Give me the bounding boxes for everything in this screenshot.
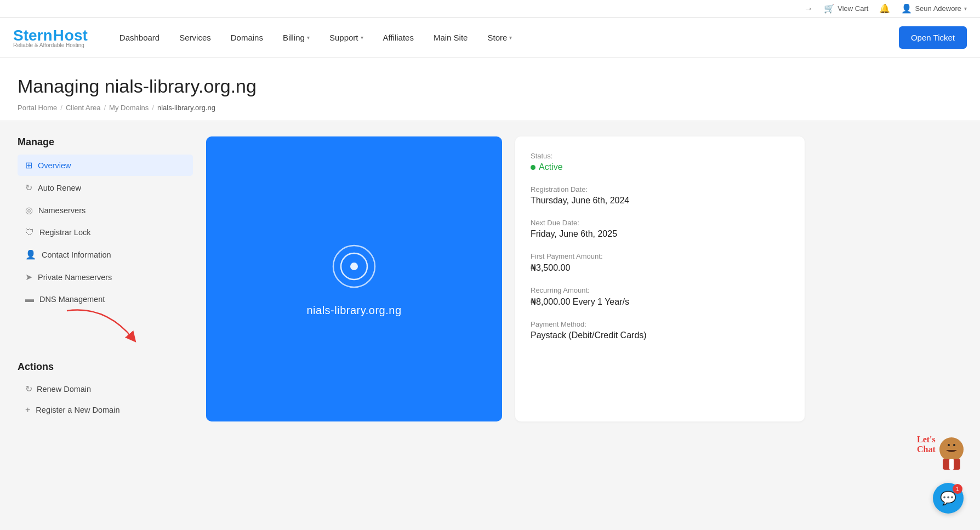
- breadcrumb-portal-home[interactable]: Portal Home: [18, 104, 57, 112]
- grid-icon: ⊞: [25, 160, 32, 170]
- payment-method-label: Payment Method:: [531, 320, 789, 328]
- user-menu-btn[interactable]: 👤 Seun Adewore ▾: [901, 3, 967, 14]
- sidebar-item-label: Private Nameservers: [38, 273, 112, 282]
- view-cart-label: View Cart: [837, 4, 868, 13]
- sidebar: Manage ⊞ Overview ↻ Auto Renew ◎ Nameser…: [18, 136, 193, 421]
- bell-icon: 🔔: [879, 3, 890, 14]
- logo-accent: ost: [65, 27, 88, 44]
- support-caret: ▾: [361, 35, 363, 41]
- sidebar-item-register-new-domain[interactable]: + Register a New Domain: [18, 400, 193, 420]
- status-label: Status:: [531, 152, 789, 160]
- status-row: Status: Active: [531, 152, 789, 172]
- nav-support[interactable]: Support ▾: [320, 18, 373, 58]
- top-bar: → 🛒 View Cart 🔔 👤 Seun Adewore ▾: [0, 0, 980, 18]
- red-arrow-annotation: [50, 300, 171, 355]
- status-text: Active: [539, 162, 563, 172]
- open-ticket-button[interactable]: Open Ticket: [899, 26, 967, 49]
- sidebar-menu: ⊞ Overview ↻ Auto Renew ◎ Nameservers 🛡 …: [18, 155, 193, 310]
- user-caret-icon: ▾: [964, 5, 967, 12]
- sidebar-item-label: Overview: [38, 161, 71, 170]
- sidebar-item-label: Nameservers: [38, 206, 86, 215]
- page-title: Managing nials-library.org.ng: [18, 76, 962, 97]
- lets-chat-label-area: Let's Chat: [914, 430, 964, 437]
- sidebar-manage-title: Manage: [18, 136, 193, 148]
- sidebar-item-registrar-lock[interactable]: 🛡 Registrar Lock: [18, 222, 193, 243]
- cart-icon: 🛒: [824, 3, 835, 14]
- user-name: Seun Adewore: [915, 4, 961, 13]
- info-panel: Status: Active Registration Date: Thursd…: [515, 136, 805, 421]
- sidebar-item-private-nameservers[interactable]: ➤ Private Nameservers: [18, 266, 193, 288]
- logo-icon: H: [53, 27, 64, 44]
- renew-refresh-icon: ↻: [25, 384, 32, 394]
- nav-main-site[interactable]: Main Site: [424, 18, 478, 58]
- registration-date-row: Registration Date: Thursday, June 6th, 2…: [531, 185, 789, 206]
- domain-globe-icon: [329, 242, 379, 291]
- status-dot: [531, 165, 535, 170]
- breadcrumb-current: nials-library.org.ng: [157, 104, 215, 112]
- nav-links: Dashboard Services Domains Billing ▾ Sup…: [110, 18, 967, 58]
- user-icon: 👤: [901, 3, 912, 14]
- server-icon: ◎: [25, 205, 33, 215]
- logo-main: Stern: [13, 27, 53, 44]
- sidebar-item-label: Contact Information: [42, 250, 111, 259]
- breadcrumb: Portal Home / Client Area / My Domains /…: [18, 104, 962, 112]
- breadcrumb-sep-2: /: [104, 104, 106, 112]
- first-payment-value: ₦3,500.00: [531, 263, 789, 273]
- first-payment-row: First Payment Amount: ₦3,500.00: [531, 252, 789, 273]
- refresh-icon: ↻: [25, 183, 32, 193]
- billing-caret: ▾: [307, 35, 310, 41]
- main-content: Manage ⊞ Overview ↻ Auto Renew ◎ Nameser…: [0, 121, 822, 437]
- sidebar-actions-menu: ↻ Renew Domain + Register a New Domain: [18, 379, 193, 420]
- folder-icon: ▬: [25, 294, 34, 304]
- svg-point-2: [350, 263, 358, 270]
- page-header: Managing nials-library.org.ng Portal Hom…: [0, 58, 980, 121]
- breadcrumb-client-area[interactable]: Client Area: [66, 104, 101, 112]
- next-due-label: Next Due Date:: [531, 219, 789, 227]
- sidebar-item-overview[interactable]: ⊞ Overview: [18, 155, 193, 176]
- nav-dashboard[interactable]: Dashboard: [110, 18, 169, 58]
- svg-text:Let's: Let's: [917, 435, 936, 437]
- navbar: SternHost Reliable & Affordable Hosting …: [0, 18, 980, 58]
- lets-chat-avatar-svg: Let's Chat: [914, 430, 964, 437]
- nav-domains[interactable]: Domains: [221, 18, 273, 58]
- nav-services[interactable]: Services: [169, 18, 221, 58]
- store-caret: ▾: [509, 35, 512, 41]
- arrow-annotation-area: [18, 305, 193, 349]
- sidebar-item-contact-info[interactable]: 👤 Contact Information: [18, 244, 193, 265]
- sidebar-item-label: Registrar Lock: [39, 228, 90, 237]
- next-due-value: Friday, June 6th, 2025: [531, 229, 789, 239]
- notifications-btn[interactable]: 🔔: [879, 3, 890, 14]
- breadcrumb-my-domains[interactable]: My Domains: [109, 104, 149, 112]
- chat-widget: Let's Chat 💬 1: [914, 430, 964, 437]
- sidebar-item-auto-renew[interactable]: ↻ Auto Renew: [18, 177, 193, 198]
- domain-name-card: nials-library.org.ng: [306, 304, 401, 317]
- nav-billing[interactable]: Billing ▾: [273, 18, 320, 58]
- sidebar-item-label: Renew Domain: [37, 385, 91, 394]
- share-icon: →: [804, 4, 813, 14]
- share-icon-btn[interactable]: →: [804, 4, 813, 14]
- next-due-row: Next Due Date: Friday, June 6th, 2025: [531, 219, 789, 239]
- sidebar-actions-title: Actions: [18, 361, 193, 373]
- contact-user-icon: 👤: [25, 249, 36, 260]
- breadcrumb-sep-1: /: [60, 104, 62, 112]
- sidebar-item-renew-domain[interactable]: ↻ Renew Domain: [18, 379, 193, 398]
- payment-method-row: Payment Method: Paystack (Debit/Credit C…: [531, 320, 789, 340]
- recurring-amount-value: ₦8,000.00 Every 1 Year/s: [531, 297, 789, 307]
- sidebar-item-nameservers[interactable]: ◎ Nameservers: [18, 200, 193, 221]
- breadcrumb-sep-3: /: [152, 104, 154, 112]
- recurring-amount-row: Recurring Amount: ₦8,000.00 Every 1 Year…: [531, 286, 789, 307]
- nav-store[interactable]: Store ▾: [477, 18, 522, 58]
- plus-icon: +: [25, 405, 30, 415]
- nav-affiliates[interactable]: Affiliates: [373, 18, 424, 58]
- status-value: Active: [531, 162, 789, 172]
- registration-date-value: Thursday, June 6th, 2024: [531, 196, 789, 206]
- logo-subtitle: Reliable & Affordable Hosting: [13, 42, 88, 48]
- lock-icon: 🛡: [25, 227, 34, 237]
- recurring-amount-label: Recurring Amount:: [531, 286, 789, 294]
- view-cart-btn[interactable]: 🛒 View Cart: [824, 3, 868, 14]
- payment-method-value: Paystack (Debit/Credit Cards): [531, 330, 789, 340]
- sidebar-item-label: Auto Renew: [38, 184, 81, 192]
- first-payment-label: First Payment Amount:: [531, 252, 789, 260]
- arrow-right-icon: ➤: [25, 272, 32, 282]
- sidebar-item-label: Register a New Domain: [36, 406, 119, 414]
